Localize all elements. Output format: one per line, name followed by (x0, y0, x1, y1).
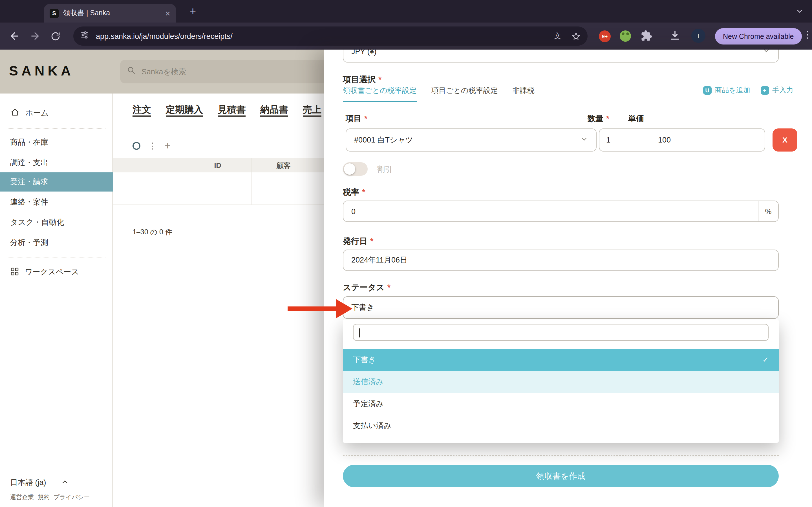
chevron-up-icon (61, 478, 69, 488)
status-options-list: 下書き ✓ 送信済み 予定済み 支払い済み (343, 349, 779, 437)
tab-search-chevron-icon[interactable] (794, 6, 805, 17)
table-header-customer[interactable]: 顧客 (271, 158, 297, 173)
home-icon (10, 108, 20, 119)
table-column-divider (251, 158, 252, 205)
tab-delivery-notes[interactable]: 納品書 (260, 104, 288, 116)
forward-button[interactable] (28, 29, 42, 43)
manual-entry-link[interactable]: + 手入力 (760, 86, 794, 95)
tab-orders[interactable]: 注文 (133, 104, 151, 116)
sidebar-item-label: 連絡・案件 (10, 197, 48, 207)
status-label: ステータス* (343, 282, 391, 293)
table-header-id[interactable]: ID (203, 158, 232, 173)
tab-title: 領収書 | Sanka (63, 8, 161, 18)
extension-badge-icon[interactable]: 9+ (599, 31, 611, 42)
quantity-input[interactable]: 1 (599, 128, 651, 152)
tab-subscriptions[interactable]: 定期購入 (166, 104, 203, 116)
status-select[interactable]: 下書き (343, 296, 779, 319)
sidebar-item-orders-billing[interactable]: 受注・請求 (0, 172, 113, 191)
browser-menu-icon[interactable]: ⋮ (803, 29, 812, 40)
footer-link-privacy[interactable]: プライバシー (54, 494, 90, 501)
tab-quotes[interactable]: 見積書 (218, 104, 246, 116)
back-button[interactable] (8, 29, 21, 43)
site-info-icon[interactable] (80, 31, 89, 42)
status-option-paid[interactable]: 支払い済み (343, 414, 779, 437)
add-product-icon: U (703, 86, 711, 95)
new-tab-button[interactable]: + (186, 4, 200, 18)
tax-mode-tabs: 領収書ごとの税率設定 項目ごとの税率設定 非課税 (343, 86, 535, 102)
status-option-draft[interactable]: 下書き ✓ (343, 349, 779, 371)
manual-entry-icon: + (760, 86, 769, 95)
app-root: SANKA ホーム 商品・在庫 調達・支出 受注・請求 連絡・案件 タスク・自動… (0, 50, 812, 507)
discount-label: 割引 (377, 165, 393, 175)
unit-price-input[interactable]: 100 (651, 128, 765, 152)
add-column-icon[interactable]: + (165, 140, 170, 152)
item-selection-label: 項目選択* (343, 74, 382, 85)
currency-select[interactable]: JPY (¥) (343, 50, 779, 62)
toggle-knob (344, 163, 355, 175)
discount-toggle[interactable] (343, 162, 368, 176)
sidebar-item-analytics[interactable]: 分析・予測 (0, 233, 113, 252)
language-selector[interactable]: 日本語 (ja) (10, 478, 69, 488)
unit-price-label: 単価 (628, 114, 644, 124)
reload-button[interactable] (49, 29, 62, 43)
browser-tab[interactable]: S 領収書 | Sanka × (44, 4, 176, 22)
sidebar-item-label: ワークスペース (25, 267, 79, 277)
favicon: S (50, 9, 59, 18)
sidebar-item-contacts[interactable]: 連絡・案件 (0, 193, 113, 212)
check-icon: ✓ (762, 355, 769, 364)
kebab-menu-icon[interactable]: ⋮ (148, 141, 157, 151)
sidebar-item-procurement[interactable]: 調達・支出 (0, 153, 113, 172)
footer-link-company[interactable]: 運営企業 (10, 494, 34, 501)
sidebar-item-label: 受注・請求 (10, 177, 48, 187)
create-receipt-button[interactable]: 領収書を作成 (343, 465, 779, 487)
footer-link-terms[interactable]: 規約 (38, 494, 50, 501)
extension-avatar-icon[interactable] (619, 30, 631, 45)
tax-tab-per-receipt[interactable]: 領収書ごとの税率設定 (343, 86, 417, 102)
url-text[interactable]: app.sanka.io/ja/modules/orders/receipts/ (96, 32, 552, 40)
sidebar-item-label: 調達・支出 (10, 158, 48, 168)
workspace-grid-icon (10, 267, 19, 277)
dropdown-search-input[interactable] (353, 324, 769, 341)
tax-rate-field[interactable]: 0 % (343, 201, 779, 222)
tab-sales[interactable]: 売上 (303, 104, 321, 116)
search-box[interactable] (120, 60, 324, 83)
tax-rate-label: 税率* (343, 187, 365, 198)
tab-close-icon[interactable]: × (165, 9, 170, 17)
sidebar-item-products[interactable]: 商品・在庫 (0, 133, 113, 152)
sidebar-item-label: ホーム (26, 108, 49, 118)
chevron-down-icon (580, 135, 588, 145)
tax-tab-exempt[interactable]: 非課税 (513, 86, 535, 102)
sidebar-divider (7, 257, 105, 258)
sidebar-item-home[interactable]: ホーム (0, 104, 113, 123)
status-option-scheduled[interactable]: 予定済み (343, 393, 779, 414)
filter-ring-icon[interactable] (133, 142, 140, 150)
item-select[interactable]: #0001 白Tシャツ (346, 128, 597, 152)
url-bar[interactable]: app.sanka.io/ja/modules/orders/receipts/… (73, 26, 588, 46)
profile-avatar[interactable]: I (691, 29, 705, 43)
browser-toolbar: app.sanka.io/ja/modules/orders/receipts/… (0, 22, 812, 50)
sidebar-item-workspace[interactable]: ワークスペース (0, 263, 113, 282)
search-input[interactable] (142, 67, 324, 76)
chrome-update-button[interactable]: New Chrome available (715, 28, 802, 45)
bookmark-star-icon[interactable] (569, 30, 582, 42)
browser-window: S 領収書 | Sanka × + app.san (0, 0, 812, 507)
sidebar-footer: 運営企業 規約 プライバシー (10, 494, 90, 501)
app-logo[interactable]: SANKA (9, 63, 74, 79)
tax-tab-per-item[interactable]: 項目ごとの税率設定 (432, 86, 498, 102)
required-mark: * (606, 114, 609, 123)
issue-date-input[interactable]: 2024年11月06日 (343, 249, 779, 271)
sidebar-item-tasks-automation[interactable]: タスク・自動化 (0, 213, 113, 232)
tax-rate-input[interactable]: 0 (343, 207, 758, 216)
list-toolbar: ⋮ + (133, 141, 170, 151)
issue-date-label: 発行日* (343, 236, 373, 247)
add-product-link[interactable]: U 商品を追加 (703, 86, 750, 95)
download-icon[interactable] (669, 29, 681, 44)
sidebar-item-label: 商品・在庫 (10, 137, 48, 148)
status-option-sent[interactable]: 送信済み (343, 371, 779, 393)
extensions-puzzle-icon[interactable] (641, 30, 652, 44)
remove-item-button[interactable]: X (772, 128, 797, 152)
required-mark: * (362, 187, 365, 196)
sidebar: ホーム 商品・在庫 調達・支出 受注・請求 連絡・案件 タスク・自動化 分析・予… (0, 94, 113, 507)
translate-icon[interactable]: 文 (552, 30, 564, 42)
item-add-links: U 商品を追加 + 手入力 (703, 86, 794, 95)
